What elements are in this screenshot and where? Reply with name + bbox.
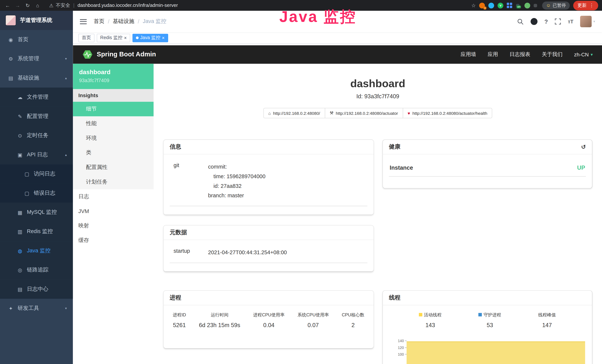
sidebar-item-access-logs[interactable]: ▢ 访问日志 [0, 164, 73, 183]
sidebar-item-log-center[interactable]: ▤ 日志中心 [0, 280, 73, 299]
metric-peak-threads: 线程峰值 147 [538, 312, 556, 328]
sba-nav-wallboard[interactable]: 应用墙 [461, 51, 476, 58]
home-icon: ⌂ [268, 111, 271, 115]
content-area: 首页 / 基础设施 / Java 监控 ? тT ▾ [73, 11, 602, 364]
sba-nav-about[interactable]: 关于我们 [542, 51, 562, 58]
extension-vue-icon[interactable]: v [498, 2, 503, 8]
sba-item-performance[interactable]: 性能 [73, 116, 153, 131]
sidebar-item-label: API 日志 [27, 151, 48, 158]
close-icon[interactable]: × [162, 36, 165, 40]
sba-item-details[interactable]: 细节 [73, 102, 153, 117]
search-icon[interactable] [517, 18, 524, 25]
process-card-title: 进程 [170, 294, 181, 301]
sba-item-configprops[interactable]: 配置属性 [73, 160, 153, 175]
sidebar-item-redis-monitor[interactable]: ▥ Redis 监控 [0, 222, 73, 241]
sidebar-item-label: Redis 监控 [27, 228, 53, 235]
log-file-icon: ▢ [24, 190, 30, 196]
sidebar-item-label: 系统管理 [18, 55, 39, 62]
threads-chart-yaxis: 140 120 100 [389, 337, 407, 364]
sba-item-caches[interactable]: 缓存 [73, 233, 153, 248]
browser-toolbar-right: ☆ 1 v on ☺ 已暂停 更新 ⋮ [471, 0, 598, 10]
java-icon: ◍ [17, 248, 23, 254]
breadcrumb-separator: / [108, 18, 109, 24]
sba-locale-select[interactable]: zh-CN ▾ [574, 52, 593, 57]
back-button[interactable]: ← [4, 2, 11, 8]
live-threads-legend-swatch [419, 313, 422, 317]
sidebar-item-infrastructure[interactable]: ▤ 基础设施 ▴ [0, 68, 73, 88]
close-icon[interactable]: × [124, 36, 127, 40]
paused-badge[interactable]: ☺ 已暂停 [542, 1, 570, 9]
sidebar-item-config-management[interactable]: ✎ 配置管理 [0, 107, 73, 126]
sidebar-item-label: 研发工具 [18, 305, 39, 312]
reload-button[interactable]: ↻ [24, 2, 31, 8]
app-logo[interactable]: 芋道管理系统 [0, 11, 73, 30]
reload-icon: ↻ [26, 2, 30, 8]
metric-uptime: 运行时间 6d 23h 15m 59s [199, 312, 240, 328]
sba-brand[interactable]: Spring Boot Admin [82, 50, 156, 60]
health-instance-label: Instance [390, 164, 413, 171]
metadata-card: 元数据 startup 2021-04-27T00:44:31.254+08:0… [163, 225, 374, 271]
sidebar-collapse-button[interactable] [80, 19, 87, 24]
heartbeat-icon: ♥ [408, 111, 410, 115]
sidebar-item-file-management[interactable]: ☁ 文件管理 [0, 87, 73, 107]
extension-on-badge: on [516, 5, 521, 8]
extension-toggle-icon[interactable]: on [516, 4, 520, 7]
extension-grid-icon[interactable] [507, 2, 513, 8]
tag-redis-monitor[interactable]: Redis 监控 × [97, 33, 130, 42]
sidebar-item-system-management[interactable]: ⚙ 系统管理 ▾ [0, 49, 73, 68]
sidebar-item-mysql-monitor[interactable]: ▦ MySQL 监控 [0, 203, 73, 222]
bookmark-star-icon[interactable]: ☆ [471, 2, 476, 8]
github-icon[interactable] [531, 18, 538, 25]
sidebar-item-label: 基础设施 [18, 75, 39, 81]
infrastructure-icon: ▤ [8, 75, 14, 81]
sidebar-item-label: 链路追踪 [27, 267, 48, 273]
sidebar-item-api-logs[interactable]: ▣ API 日志 ▴ [0, 145, 73, 164]
sba-item-mappings[interactable]: 映射 [73, 218, 153, 233]
tag-java-monitor[interactable]: Java 监控 × [132, 33, 168, 42]
chevron-down-icon: ▾ [65, 57, 67, 61]
tag-home[interactable]: 首页 [78, 33, 94, 42]
sidebar-item-trace[interactable]: ◎ 链路追踪 [0, 260, 73, 280]
home-button[interactable]: ⌂ [34, 2, 41, 8]
chevron-up-icon: ▴ [65, 76, 67, 80]
extension-puzzle-icon[interactable] [534, 4, 537, 7]
sba-item-logs[interactable]: 日志 [73, 189, 153, 204]
sba-navbar: Spring Boot Admin 应用墙 应用 日志报表 关于我们 zh-CN… [73, 45, 602, 64]
forward-button[interactable]: → [14, 2, 22, 8]
back-icon: ← [5, 2, 10, 8]
metadata-key: startup [170, 248, 208, 257]
threads-metrics: 活动线程 143 守护进程 53 [389, 310, 586, 331]
sba-nav-journal[interactable]: 日志报表 [509, 51, 530, 58]
breadcrumb-infrastructure[interactable]: 基础设施 [113, 18, 134, 25]
sidebar-item-error-logs[interactable]: ▢ 错误日志 [0, 183, 73, 203]
font-size-icon[interactable]: тT [568, 19, 573, 24]
instance-link-home[interactable]: ⌂ http://192.168.0.2:48080/ [263, 108, 325, 118]
fullscreen-icon[interactable] [555, 18, 561, 24]
history-icon[interactable]: ↺ [581, 143, 586, 150]
sba-sidebar: dashboard 93a3fc7f7409 Insights 细节 性能 环境… [73, 64, 153, 364]
target-icon: ◎ [17, 267, 23, 273]
document-icon: ▣ [17, 152, 23, 158]
help-icon[interactable]: ? [544, 18, 548, 25]
sba-item-classes[interactable]: 类 [73, 146, 153, 160]
sidebar-item-dev-tools[interactable]: ✦ 研发工具 ▾ [0, 299, 73, 318]
sba-item-scheduled-tasks[interactable]: 计划任务 [73, 175, 153, 189]
extension-fox-icon[interactable]: 1 [479, 2, 485, 8]
address-bar[interactable]: ⚠ 不安全 | dashboard.yudao.iocoder.cn/infra… [49, 2, 178, 9]
update-button[interactable]: 更新 ⋮ [573, 0, 598, 10]
instance-link-actuator[interactable]: ⚒ http://192.168.0.2:48080/actuator [325, 108, 403, 118]
sba-instance-header[interactable]: dashboard 93a3fc7f7409 [73, 64, 153, 89]
extension-drop-icon[interactable] [489, 2, 494, 8]
instance-link-health[interactable]: ♥ http://192.168.0.2:48080/actuator/heal… [403, 108, 493, 118]
breadcrumb-home[interactable]: 首页 [94, 18, 104, 25]
sba-item-jvm[interactable]: JVM [73, 204, 153, 219]
sba-item-environment[interactable]: 环境 [73, 131, 153, 146]
sba-nav-applications[interactable]: 应用 [488, 51, 498, 58]
sidebar-item-home[interactable]: ◉ 首页 [0, 30, 73, 49]
sidebar-item-scheduled-jobs[interactable]: ⊙ 定时任务 [0, 126, 73, 145]
sidebar-item-java-monitor[interactable]: ◍ Java 监控 [0, 241, 73, 260]
user-avatar[interactable]: ▾ [580, 16, 595, 27]
instance-name: dashboard [79, 69, 148, 76]
health-card-title: 健康 [389, 143, 400, 150]
extension-leaf-icon[interactable] [525, 2, 530, 8]
